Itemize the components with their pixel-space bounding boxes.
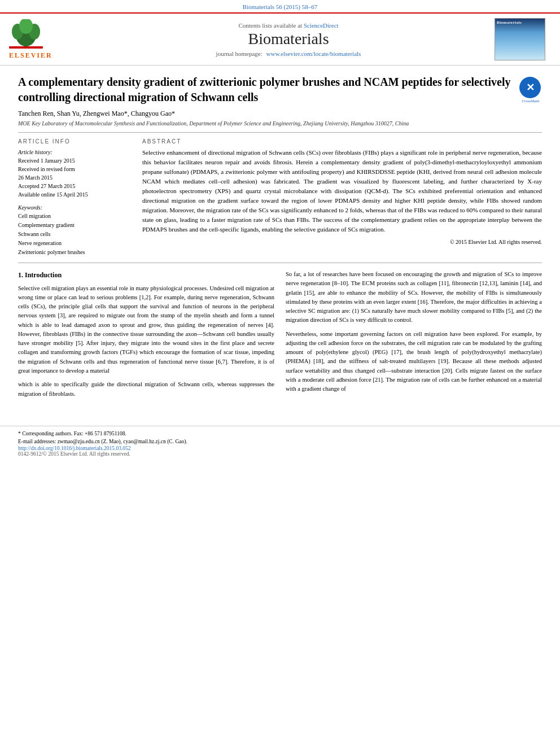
journal-citation: Biomaterials 56 (2015) 58–67 (0, 0, 560, 12)
authors: Tanchen Ren, Shan Yu, Zhengwei Mao*, Cha… (18, 110, 175, 117)
elsevier-tree-icon (9, 19, 43, 50)
affiliation: MOE Key Laboratory of Macromolecular Syn… (18, 120, 514, 126)
sciencedirect-link[interactable]: ScienceDirect (304, 22, 339, 29)
keywords-label: Keywords: (18, 204, 131, 211)
citation-text: Biomaterials 56 (2015) 58–67 (243, 3, 317, 10)
svg-rect-5 (9, 46, 43, 49)
revised-date: 26 March 2015 (18, 173, 131, 182)
homepage-line: journal homepage: www.elsevier.com/locat… (89, 50, 488, 57)
article-info-row: ARTICLE INFO Article history: Received 1… (18, 138, 542, 263)
body-para-1: Selective cell migration plays an essent… (18, 284, 274, 376)
abstract-label: ABSTRACT (142, 138, 542, 145)
body-columns: 1. Introduction Selective cell migration… (18, 270, 542, 403)
article-title: A complementary density gradient of zwit… (18, 75, 514, 105)
homepage-text: journal homepage: (216, 50, 262, 57)
keyword-1: Cell migration (18, 212, 131, 221)
page: Biomaterials 56 (2015) 58–67 ELSEVIER Co… (0, 0, 560, 747)
history-label: Article history: (18, 148, 131, 156)
journal-header: ELSEVIER Contents lists available at Sci… (0, 12, 560, 65)
section1-heading: 1. Introduction (18, 270, 274, 281)
abstract-col: ABSTRACT Selective enhancement of direct… (142, 138, 542, 257)
journal-cover: Biomaterials (495, 18, 551, 60)
keyword-4: Nerve regeneration (18, 239, 131, 248)
article-history: Article history: Received 1 January 2015… (18, 148, 131, 199)
corresponding-note: * Corresponding authors. Fax: +86 571 87… (18, 430, 542, 438)
crossmark-badge: ✕ CrossMark (519, 77, 542, 99)
keyword-3: Schwann cells (18, 230, 131, 239)
email-note: E-mail addresses: zwmao@zju.edu.cn (Z. M… (18, 438, 542, 445)
accepted-date: Accepted 27 March 2015 (18, 182, 131, 190)
journal-title: Biomaterials (89, 30, 488, 48)
elsevier-logo-section: ELSEVIER (9, 19, 82, 60)
cover-image: Biomaterials (495, 18, 545, 60)
abstract-body: Selective enhancement of directional mig… (142, 149, 542, 233)
keywords-section: Keywords: Cell migration Complementary g… (18, 204, 131, 257)
revised-label: Received in revised form (18, 165, 131, 173)
article-title-text: A complementary density gradient of zwit… (18, 75, 514, 126)
article-footer: * Corresponding authors. Fax: +86 571 87… (0, 426, 560, 457)
keyword-2: Complementary gradient (18, 221, 131, 230)
body-right-col: So far, a lot of researches have been fo… (286, 270, 542, 403)
online-date: Available online 15 April 2015 (18, 190, 131, 199)
crossmark-icon: ✕ (519, 77, 541, 98)
doi-link[interactable]: http://dx.doi.org/10.1016/j.biomaterials… (18, 445, 542, 451)
keyword-5: Zwitterionic polymer brushes (18, 248, 131, 257)
crossmark-label: CrossMark (519, 99, 542, 103)
article-info-col: ARTICLE INFO Article history: Received 1… (18, 138, 131, 257)
abstract-text: Selective enhancement of directional mig… (142, 148, 542, 247)
homepage-url[interactable]: www.elsevier.com/locate/biomaterials (266, 50, 361, 57)
keywords-list: Cell migration Complementary gradient Sc… (18, 212, 131, 257)
sciencedirect-line: Contents lists available at ScienceDirec… (89, 22, 488, 29)
received-date: Received 1 January 2015 (18, 156, 131, 165)
article-content: A complementary density gradient of zwit… (0, 65, 560, 412)
body-para-2: which is able to specifically guide the … (18, 380, 274, 399)
issn-text: 0142-9612/© 2015 Elsevier Ltd. All right… (18, 451, 542, 457)
article-info-label: ARTICLE INFO (18, 138, 131, 145)
body-left-col: 1. Introduction Selective cell migration… (18, 270, 274, 403)
body-para-3: So far, a lot of researches have been fo… (286, 270, 542, 325)
contents-text: Contents lists available at (238, 22, 302, 29)
elsevier-logo: ELSEVIER (9, 19, 82, 60)
journal-header-center: Contents lists available at ScienceDirec… (89, 22, 488, 57)
elsevier-brand-text: ELSEVIER (9, 51, 53, 60)
cover-journal-name: Biomaterials (497, 20, 522, 25)
authors-line: Tanchen Ren, Shan Yu, Zhengwei Mao*, Cha… (18, 110, 514, 118)
body-para-4: Nevertheless, some important governing f… (286, 330, 542, 394)
copyright-text: © 2015 Elsevier Ltd. All rights reserved… (142, 238, 542, 247)
article-title-section: A complementary density gradient of zwit… (18, 75, 542, 133)
